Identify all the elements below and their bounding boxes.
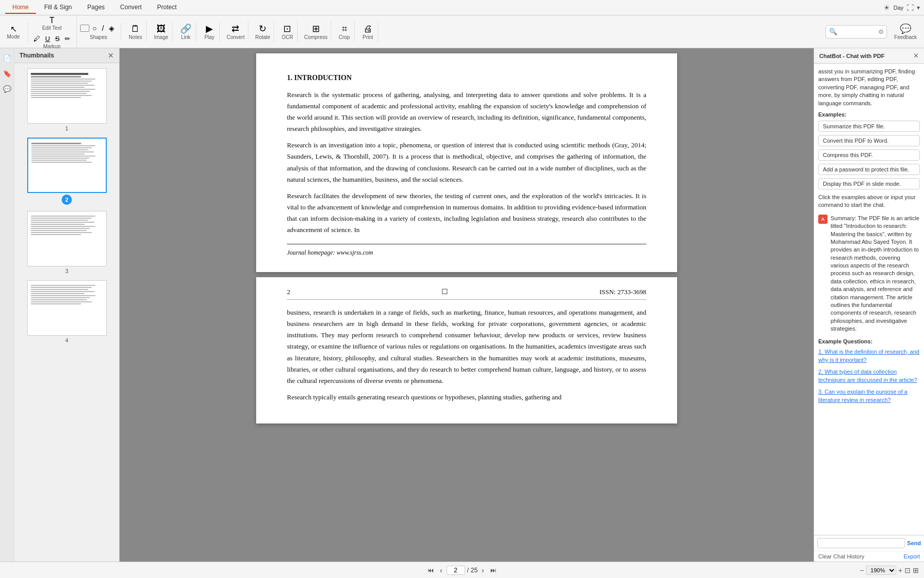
left-sidebar: 📄 🔖 💬 [0,48,14,562]
chat-message-input[interactable] [817,538,905,548]
pdf-page-2-top: 1. INTRODUCTION Research is the systemat… [256,53,677,272]
nav-tabs: Home Fill & Sign Pages Convert Protect [5,2,184,14]
current-page-input[interactable] [447,566,465,575]
feedback-button[interactable]: 💬 Feedback [890,21,921,42]
thumbnails-header: Thumbnails ✕ [14,48,119,63]
convert-icon: ⇄ [232,23,239,34]
example-question-3[interactable]: 3. Can you explain the purpose of a lite… [818,388,920,404]
bottom-bar: ⏮ ‹ / 25 › ⏭ − 190% 100% 150% 200% + ⊡ ⊞ [0,562,924,578]
total-pages: 25 [471,567,477,574]
pdf-para-4: business, research is undertaken in a ra… [287,307,646,387]
toolbar: ↖ Mode T Edit Text 🖊 U S ✏ Markup ○ / ◈ … [0,15,924,48]
rotate-button[interactable]: ↻ Rotate [252,21,274,42]
export-button[interactable]: Export [903,553,920,560]
nav-tab-protect[interactable]: Protect [150,2,184,14]
first-page-button[interactable]: ⏮ [426,566,436,575]
thumbnail-item-3[interactable]: 3 [20,211,114,274]
zoom-controls: − 190% 100% 150% 200% + ⊡ ⊞ [690,566,919,575]
thumbnail-item-1[interactable]: 1 [20,68,114,131]
chat-body: assist you in summarizing PDF, finding a… [814,64,924,535]
comment-icon[interactable]: 💬 [2,83,13,94]
send-button[interactable]: Send [907,540,921,546]
page-2-badge: 2 [62,195,72,205]
link-icon: 🔗 [180,23,191,34]
line-shape[interactable]: / [100,23,106,33]
nav-tab-convert[interactable]: Convert [113,2,149,14]
page-3-num: 3 [65,268,68,274]
pdf-page-2-bottom: 2 ☐ ISSN: 2733-3698 business, research i… [256,277,677,423]
pdf-para-2: Research is an investigation into a topi… [287,140,646,185]
example-btn-1[interactable]: Summarize this PDF file. [818,121,920,132]
sun-icon: ☀ [883,4,890,12]
bookmark-icon[interactable]: 🔖 [2,68,13,79]
highlight-shape[interactable]: ◈ [107,23,117,33]
compress-button[interactable]: ⊞ Compress [301,21,331,42]
play-button[interactable]: ▶ Play [199,21,220,42]
example-question-2[interactable]: 2. What types of data collection techniq… [818,368,920,384]
page-separator: / [467,567,469,574]
search-input[interactable] [837,29,878,35]
image-button[interactable]: 🖼 Image [150,22,172,42]
ocr-icon: ⊡ [283,23,291,34]
strikethrough-tool[interactable]: S [53,34,62,44]
edit-text-button[interactable]: T Edit Text [39,14,65,33]
zoom-out-icon[interactable]: − [860,566,864,574]
example-btn-2[interactable]: Convert this PDF to Word. [818,135,920,146]
play-icon: ▶ [206,23,213,34]
cursor-icon: ↖ [10,24,17,34]
notes-button[interactable]: 🗒 Notes [124,22,147,42]
chevron-down-icon[interactable]: ▾ [917,4,920,11]
convert-button[interactable]: ⇄ Convert [223,21,248,42]
chat-header: ChatBot - Chat with PDF ✕ [814,48,924,64]
feedback-icon: 💬 [900,23,911,34]
link-button[interactable]: 🔗 Link [176,21,196,42]
page-1-num: 1 [65,125,68,131]
text-icon: T [49,16,54,25]
pdf-content-area: 1. INTRODUCTION Research is the systemat… [120,48,814,562]
page-navigation: ⏮ ‹ / 25 › ⏭ [234,565,690,575]
fit-width-icon[interactable]: ⊞ [913,566,919,574]
highlight-tool[interactable]: 🖊 [31,34,42,44]
thumbnail-list: 1 2 [14,63,119,349]
prev-page-button[interactable]: ‹ [438,565,445,575]
mode-button[interactable]: ↖ Mode [3,22,24,42]
page-number: 2 [287,288,291,296]
summary-text: Summary: The PDF file is an article titl… [831,215,920,333]
issn-text: ISSN: 2733-3698 [600,288,646,296]
rect-shape[interactable] [80,25,89,32]
nav-tab-pages[interactable]: Pages [80,2,112,14]
thumbnail-item-4[interactable]: 4 [20,280,114,343]
example-question-1[interactable]: 1. What is the definition of research, a… [818,348,920,364]
ocr-button[interactable]: ⊡ OCR [277,21,298,42]
zoom-in-icon[interactable]: + [898,566,902,574]
close-chat-icon[interactable]: ✕ [913,52,919,60]
fullscreen-icon[interactable]: ⛶ [907,4,914,12]
thumbnail-item-2[interactable]: 2 [20,138,114,205]
last-page-button[interactable]: ⏭ [488,566,498,575]
crop-icon: ⌗ [342,24,347,34]
page-4-num: 4 [65,337,68,343]
pen-tool[interactable]: ✏ [63,34,72,44]
underline-tool[interactable]: U [43,34,52,44]
crop-button[interactable]: ⌗ Crop [334,22,355,42]
zoom-select[interactable]: 190% 100% 150% 200% [866,566,896,575]
example-btn-5[interactable]: Display this PDF in slide mode. [818,178,920,189]
print-button[interactable]: 🖨 Print [358,22,378,42]
close-thumbnails-icon[interactable]: ✕ [108,51,114,60]
example-btn-4[interactable]: Add a password to protect this file. [818,164,920,175]
circle-shape[interactable]: ○ [90,23,99,33]
nav-tab-home[interactable]: Home [5,2,36,14]
pdf-para-5: Research typically entails generating re… [287,392,646,403]
chat-title: ChatBot - Chat with PDF [819,53,884,59]
fit-page-icon[interactable]: ⊡ [904,566,911,574]
filter-icon[interactable]: ⚙ [878,28,884,35]
nav-tab-fill-sign[interactable]: Fill & Sign [37,2,79,14]
print-icon: 🖨 [363,24,373,34]
next-page-button[interactable]: › [479,565,486,575]
examples-label: Examples: [818,111,920,118]
journal-footer: Journal homepage: www.sjrss.com [287,249,373,256]
example-btn-3[interactable]: Compress this PDF. [818,149,920,161]
image-icon: 🖼 [157,24,166,34]
clear-history-button[interactable]: Clear Chat History [818,553,864,560]
pages-icon[interactable]: 📄 [2,52,13,64]
